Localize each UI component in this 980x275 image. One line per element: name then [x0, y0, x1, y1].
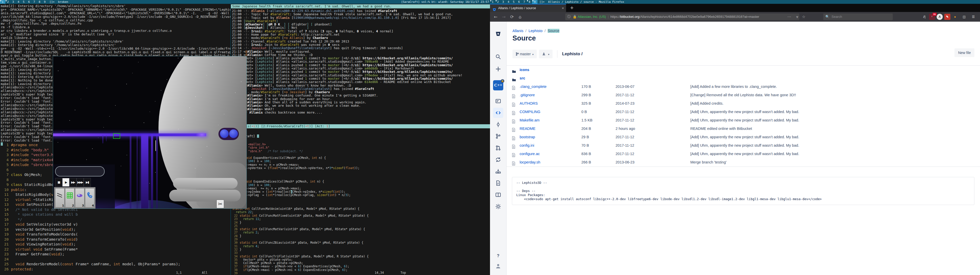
dwm-tag-8[interactable]: 8: [37, 0, 42, 4]
table-row-.gitignore[interactable]: .gitignore 299 B 2017-11-12 [Change] Rem…: [506, 91, 980, 99]
sidebar-item-downloads[interactable]: [493, 166, 503, 177]
table-row-README[interactable]: README 204 B 2 hours ago README edited o…: [506, 125, 980, 133]
dwm-tag-7[interactable]: 7: [522, 0, 527, 4]
dwm-tag-7[interactable]: 7: [32, 0, 37, 4]
extension-icon-4[interactable]: ●: [952, 14, 958, 20]
hud-tile-1[interactable]: 1: [55, 188, 65, 207]
time-control-speed-4[interactable]: ▶▮: [84, 178, 91, 186]
file-name-link[interactable]: .clang_complete: [520, 82, 547, 91]
dwm-tag-3[interactable]: 3: [11, 0, 16, 4]
dwm-tag-3[interactable]: 3: [501, 0, 506, 4]
tab-close-icon[interactable]: ×: [562, 4, 564, 12]
bookmark-star-icon[interactable]: ☆: [802, 14, 805, 20]
menu-icon[interactable]: ☰: [970, 14, 977, 20]
file-name-link[interactable]: icons: [520, 66, 529, 74]
file-name-link[interactable]: configure.ac: [520, 150, 540, 158]
site-info-icon[interactable]: ⓘ: [565, 15, 573, 19]
profile-avatar-icon[interactable]: [493, 261, 503, 271]
branch-selector[interactable]: master▾: [512, 50, 537, 58]
file-name-link[interactable]: AUTHORS: [520, 99, 538, 108]
dwm-tag-5[interactable]: 5: [511, 0, 517, 4]
new-tab-button[interactable]: +: [568, 4, 576, 12]
dwm-tag-6[interactable]: 6: [516, 0, 522, 4]
ev-identity-label[interactable]: Atlassian, Inc. (US): [578, 15, 606, 19]
breadcrumb-user-link[interactable]: Allanis: [512, 29, 523, 33]
dwm-tag-8[interactable]: 8: [527, 0, 532, 4]
dwm-tag-1[interactable]: 1: [0, 0, 5, 4]
sidebar-toggle-icon[interactable]: ◫: [961, 14, 967, 20]
settings-gear-icon[interactable]: [493, 201, 503, 212]
reload-button[interactable]: ⟳: [508, 13, 515, 21]
hud-tile-3[interactable]: 3: [75, 188, 84, 207]
file-name-link[interactable]: .gitignore: [520, 91, 535, 99]
breadcrumb-repo-link[interactable]: Lephisto: [528, 29, 542, 33]
search-bar[interactable]: 🔍Search: [823, 14, 893, 20]
extension-icon-1[interactable]: ʳ31: [929, 14, 935, 20]
table-row-locperday.sh[interactable]: locperday.sh 266 B 2013-06-23 Merge bran…: [506, 158, 980, 166]
dwm-tag-6[interactable]: 6: [26, 0, 32, 4]
dwm-tag-5[interactable]: 5: [21, 0, 27, 4]
time-control-speed-1[interactable]: ▶: [62, 178, 69, 186]
vim-pane-right[interactable]: #include <malloc.h>#include "sbre_int.h"…: [231, 139, 490, 275]
dwm-tag-2[interactable]: 2: [5, 0, 11, 4]
table-row-src[interactable]: src: [506, 74, 980, 82]
file-name-link[interactable]: config.ini: [520, 141, 534, 150]
table-row-.clang_complete[interactable]: .clang_complete 170 B 2013-06-07 [Add] A…: [506, 82, 980, 91]
page-actions-icon[interactable]: ⋯: [788, 14, 791, 20]
url-bar[interactable]: ⓘ🔒 Atlassian, Inc. (US)|https://bitbucke…: [565, 14, 799, 20]
dwm-tag-9[interactable]: 9: [42, 0, 48, 4]
pocket-icon[interactable]: ⩔: [796, 14, 798, 20]
lephisto3d-game-window[interactable]: ✂ ▮▮▶▶▶▶▶▶▶▮ 1234: [53, 56, 247, 209]
table-row-Makefile.am[interactable]: Makefile.am 1.5 KB 2017-11-12 [Add] Uhm,…: [506, 116, 980, 125]
dwm-tag-2[interactable]: 2: [495, 0, 501, 4]
file-name-link[interactable]: locperday.sh: [520, 158, 540, 166]
sidebar-item-source[interactable]: [493, 108, 503, 118]
sidebar-item-overview[interactable]: [493, 96, 503, 106]
extension-icon-3[interactable]: ✎: [944, 14, 950, 20]
library-icon[interactable]: ⫽|: [921, 14, 928, 20]
download-button[interactable]: ▾: [539, 50, 552, 58]
forward-button[interactable]: →: [500, 13, 508, 21]
sidebar-item-documents[interactable]: [493, 178, 503, 188]
table-row-AUTHORS[interactable]: AUTHORS 325 B 2014-07-23 [Add] Added cre…: [506, 99, 980, 108]
extension-icon-2[interactable]: A: [937, 14, 943, 20]
file-name-link[interactable]: COMPILING: [520, 108, 540, 116]
irssi-pane[interactable]: Some Japanese health freak stole saracra…: [231, 4, 490, 142]
table-row-configure.ac[interactable]: configure.ac 836 B 2017-11-12 [Add] Uhm,…: [506, 150, 980, 158]
table-row-COMPILING[interactable]: COMPILING 0 B 2017-11-12 [Add] Uhm, appa…: [506, 108, 980, 116]
tab-allanis-lephisto-source[interactable]: Allanis / Lephisto / source ×: [490, 4, 566, 13]
time-control-speed-2[interactable]: ▶▶: [69, 178, 76, 186]
time-control-pause[interactable]: ▮▮: [55, 178, 62, 186]
table-row-config.ini[interactable]: config.ini 70 B 2017-11-12 [Add] Uhm, ap…: [506, 141, 980, 150]
dwm-layout-symbol-right[interactable]: []=: [538, 0, 547, 4]
dwm-layout-symbol[interactable]: []=: [48, 0, 57, 4]
home-button[interactable]: ⌂: [517, 13, 524, 21]
file-name-link[interactable]: README: [520, 125, 535, 133]
back-button[interactable]: ←: [492, 13, 499, 21]
dwm-tag-1[interactable]: 1: [490, 0, 495, 4]
repo-avatar[interactable]: C++🔒: [493, 80, 503, 90]
table-row-icons[interactable]: icons: [506, 66, 980, 74]
time-control-speed-3[interactable]: ▶▶▶: [76, 178, 84, 186]
dwm-tag-9[interactable]: 9: [532, 0, 538, 4]
scissors-icon[interactable]: ✂: [216, 200, 224, 208]
dwm-tag-4[interactable]: 4: [506, 0, 511, 4]
file-name-link[interactable]: bootstrap: [520, 133, 535, 141]
file-name-link[interactable]: Makefile.am: [520, 116, 539, 125]
sidebar-item-pipelines[interactable]: [493, 155, 503, 165]
create-plus-icon[interactable]: [493, 64, 503, 74]
sidebar-item-pull-requests[interactable]: [493, 143, 503, 153]
hud-tile-2[interactable]: 2: [65, 188, 75, 207]
sidebar-item-branches[interactable]: [493, 131, 503, 141]
dwm-tag-4[interactable]: 4: [16, 0, 21, 4]
file-name-link[interactable]: src: [520, 74, 525, 82]
url-text[interactable]: https://bitbucket.org/Allanis/lephisto/s…: [611, 15, 759, 19]
table-row-bootstrap[interactable]: bootstrap 29 B 2017-11-12 [Add] Uhm, app…: [506, 133, 980, 141]
sidebar-item-commits[interactable]: [493, 119, 503, 130]
bitbucket-logo[interactable]: [493, 29, 503, 39]
help-icon[interactable]: ?: [493, 251, 503, 261]
new-file-button[interactable]: New file: [955, 48, 974, 57]
hud-tile-4[interactable]: 4: [85, 188, 94, 207]
sidebar-item-boards[interactable]: [493, 190, 503, 200]
search-icon[interactable]: [493, 52, 503, 62]
